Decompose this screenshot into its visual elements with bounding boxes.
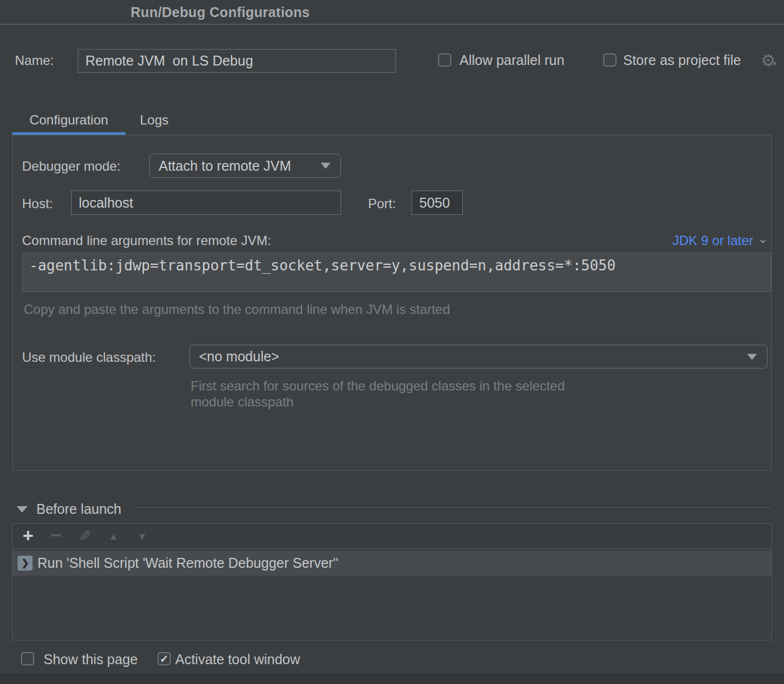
dialog-bottom-strip bbox=[0, 674, 784, 684]
chevron-down-icon bbox=[747, 354, 757, 360]
command-line-arguments-value: -agentlib:jdwp=transport=dt_socket,serve… bbox=[29, 257, 615, 274]
shell-script-run-icon: ❯ bbox=[18, 556, 33, 571]
gear-icon[interactable]: ⚙▾ bbox=[761, 51, 776, 70]
debugger-mode-value: Attach to remote JVM bbox=[159, 158, 291, 174]
host-input[interactable]: localhost bbox=[71, 191, 341, 215]
debugger-mode-select[interactable]: Attach to remote JVM bbox=[149, 154, 341, 178]
chevron-down-icon: ⌄ bbox=[758, 232, 767, 246]
module-classpath-hint-line1: First search for sources of the debugged… bbox=[191, 378, 565, 394]
store-as-project-file-label[interactable]: Store as project file bbox=[623, 52, 741, 68]
module-classpath-select[interactable]: <no module> bbox=[190, 345, 767, 368]
gear-dropdown-arrow-icon: ▾ bbox=[773, 59, 777, 68]
tab-bar: Configuration Logs bbox=[12, 108, 183, 132]
host-label: Host: bbox=[22, 196, 53, 211]
move-down-icon[interactable]: ▼ bbox=[137, 530, 147, 542]
before-launch-title: Before launch bbox=[36, 501, 121, 517]
before-launch-task-row[interactable]: ❯ Run 'Shell Script 'Wait Remote Debugge… bbox=[13, 551, 771, 576]
use-module-classpath-label: Use module classpath: bbox=[22, 350, 156, 365]
before-launch-task-label: Run 'Shell Script 'Wait Remote Debugger … bbox=[37, 555, 338, 571]
host-input-value: localhost bbox=[79, 195, 133, 211]
name-label: Name: bbox=[15, 53, 54, 68]
store-as-project-file-checkbox[interactable] bbox=[603, 53, 617, 67]
command-line-arguments-label: Command line arguments for remote JVM: bbox=[22, 233, 271, 248]
port-label: Port: bbox=[368, 196, 396, 211]
jdk-version-selector[interactable]: JDK 9 or later ⌄ bbox=[673, 233, 767, 248]
jdk-version-value: JDK 9 or later bbox=[673, 233, 754, 248]
show-this-page-checkbox[interactable] bbox=[21, 652, 34, 665]
dialog-titlebar: Run/Debug Configurations bbox=[0, 0, 784, 25]
command-line-arguments-hint: Copy and paste the arguments to the comm… bbox=[24, 302, 450, 317]
show-this-page-label[interactable]: Show this page bbox=[44, 652, 138, 667]
add-icon[interactable]: + bbox=[23, 524, 34, 546]
name-input[interactable]: Remote JVM on LS Debug bbox=[78, 49, 396, 73]
before-launch-panel: + − ✎ ▲ ▼ ❯ Run 'Shell Script 'Wait Remo… bbox=[12, 523, 772, 640]
before-launch-header[interactable]: Before launch bbox=[17, 501, 121, 517]
before-launch-divider bbox=[137, 507, 771, 508]
tab-configuration[interactable]: Configuration bbox=[12, 108, 126, 132]
port-input-value: 5050 bbox=[419, 195, 450, 211]
port-input[interactable]: 5050 bbox=[412, 191, 463, 215]
module-classpath-hint-line2: module classpath bbox=[191, 394, 565, 410]
collapse-arrow-icon[interactable] bbox=[17, 506, 28, 513]
command-line-arguments-field[interactable]: -agentlib:jdwp=transport=dt_socket,serve… bbox=[22, 253, 771, 292]
before-launch-toolbar: + − ✎ ▲ ▼ bbox=[13, 524, 771, 549]
move-up-icon[interactable]: ▲ bbox=[109, 530, 118, 542]
allow-parallel-run-checkbox[interactable] bbox=[438, 53, 451, 67]
run-debug-configurations-dialog: Run/Debug Configurations Name: Remote JV… bbox=[0, 0, 784, 684]
activate-tool-window-label[interactable]: Activate tool window bbox=[175, 652, 300, 667]
module-classpath-value: <no module> bbox=[199, 349, 279, 365]
remove-icon[interactable]: − bbox=[51, 524, 62, 545]
activate-tool-window-checkbox[interactable]: ✓ bbox=[158, 652, 171, 665]
debugger-mode-label: Debugger mode: bbox=[22, 159, 121, 174]
chevron-down-icon bbox=[321, 163, 331, 169]
allow-parallel-run-label[interactable]: Allow parallel run bbox=[459, 52, 564, 68]
name-input-value: Remote JVM on LS Debug bbox=[85, 53, 253, 69]
dialog-title: Run/Debug Configurations bbox=[131, 4, 310, 20]
edit-pencil-icon[interactable]: ✎ bbox=[79, 528, 91, 545]
tab-logs[interactable]: Logs bbox=[126, 108, 183, 132]
check-icon: ✓ bbox=[160, 653, 169, 665]
module-classpath-hint: First search for sources of the debugged… bbox=[191, 378, 565, 410]
